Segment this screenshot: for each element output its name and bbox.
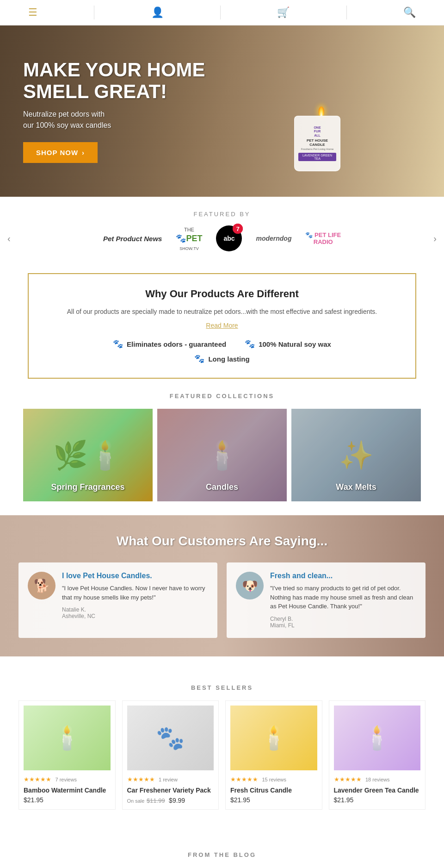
logo-abc7: abc 7 [216,227,242,250]
blog-section: FROM THE BLOG APRIL 05, 2017 Springtime … [0,824,444,868]
shop-now-button[interactable]: SHOP NOW › [23,142,98,163]
collection-candles[interactable]: 🕯️ Candles [157,409,287,501]
paw-icon-1: 🐾 [113,339,123,349]
product-image-2: 🐾 [127,706,214,770]
testimonial-author-2: Cheryl B. Miami, FL [270,616,416,629]
candle-jar: ONEFURALL PET HOUSECANDLE Freshens Pet L… [294,116,340,171]
why-features: 🐾 Eliminates odors - guaranteed 🐾 100% N… [47,339,397,349]
cart-icon[interactable]: 🛒 [277,6,290,19]
collection-wax[interactable]: ✨ Wax Melts [291,409,421,501]
why-feature-3: 🐾 Long lasting [194,354,249,364]
product-rating-3: ★★★★★ 15 reviews [230,775,317,783]
read-more-link[interactable]: Read More [206,322,238,329]
product-card-2[interactable]: 🐾 ★★★★★ 1 review Car Freshener Variety P… [122,700,219,810]
testimonials-section: What Our Customers Are Saying... 🐕 I lov… [0,515,444,656]
why-title: Why Our Products Are Different [47,288,397,300]
paw-icon-3: 🐾 [194,354,204,364]
product-image-1: 🕯️ [24,706,111,770]
product-card-3[interactable]: 🕯️ ★★★★★ 15 reviews Fresh Citrus Candle … [225,700,322,810]
testimonial-card-1: 🐕 I love Pet House Candles. "I love Pet … [18,562,217,638]
testimonial-content-2: Fresh and clean... "I've tried so many p… [270,572,416,629]
product-name-4: Lavender Green Tea Candle [334,786,421,794]
hero-title: MAKE YOUR HOME SMELL GREAT! [23,59,221,102]
testimonial-text-2: "I've tried so many products to get rid … [270,584,416,611]
testimonial-avatar-2: 🐶 [236,572,264,599]
logo-modern-dog: moderndog [256,227,291,250]
featured-logos-container: ‹ Pet Product News THE 🐾PET SHOW.TV abc … [0,227,444,250]
product-card-1[interactable]: 🕯️ ★★★★★ 7 reviews Bamboo Watermint Cand… [18,700,116,810]
product-price-4: $21.95 [334,796,421,804]
testimonial-avatar-1: 🐕 [28,572,56,599]
testimonial-author-1: Natalie K. Asheville, NC [62,606,208,619]
collection-wax-label: Wax Melts [291,482,421,492]
why-feature-1: 🐾 Eliminates odors - guaranteed [113,339,226,349]
featured-by-section: FEATURED BY ‹ Pet Product News THE 🐾PET … [0,197,444,264]
header: ☰ 👤 🛒 🔍 [0,0,444,25]
product-card-4[interactable]: 🕯️ ★★★★★ 18 reviews Lavender Green Tea C… [329,700,426,810]
product-name-2: Car Freshener Variety Pack [127,786,214,794]
logos-prev-button[interactable]: ‹ [0,233,18,244]
product-name-1: Bamboo Watermint Candle [24,786,111,794]
why-features-row2: 🐾 Long lasting [47,354,397,364]
testimonials-grid: 🐕 I love Pet House Candles. "I love Pet … [18,562,426,638]
candle-scent-label: LAVENDER GREEN TEA [298,153,336,161]
product-rating-2: ★★★★★ 1 review [127,775,214,783]
search-icon[interactable]: 🔍 [403,6,416,19]
best-sellers-section: BEST SELLERS 🕯️ ★★★★★ 7 reviews Bamboo W… [0,656,444,824]
products-grid: 🕯️ ★★★★★ 7 reviews Bamboo Watermint Cand… [18,700,426,810]
product-name-3: Fresh Citrus Candle [230,786,317,794]
product-image-3: 🕯️ [230,706,317,770]
hero-section: MAKE YOUR HOME SMELL GREAT! Neutralize p… [0,25,444,197]
collections-section: FEATURED COLLECTIONS 🌿🕯️ Spring Fragranc… [0,393,444,501]
testimonials-title: What Our Customers Are Saying... [18,534,426,549]
testimonial-title-1: I love Pet House Candles. [62,572,208,580]
why-desc: All of our products are specially made t… [47,306,397,317]
header-divider-3 [346,6,347,19]
collections-title: FEATURED COLLECTIONS [0,393,444,400]
header-divider-1 [94,6,94,19]
testimonial-content-1: I love Pet House Candles. "I love Pet Ho… [62,572,208,629]
logos-next-button[interactable]: › [426,233,444,244]
why-section: Why Our Products Are Different All of ou… [0,273,444,379]
testimonial-card-2: 🐶 Fresh and clean... "I've tried so many… [227,562,426,638]
collection-spring-label: Spring Fragrances [23,482,153,492]
testimonial-title-2: Fresh and clean... [270,572,416,580]
hero-subtitle: Neutralize pet odors withour 100% soy wa… [23,109,221,131]
best-sellers-title: BEST SELLERS [18,684,426,691]
product-price-1: $21.95 [24,796,111,804]
hero-candle-image: ONEFURALL PET HOUSECANDLE Freshens Pet L… [266,42,377,181]
product-image-4: 🕯️ [334,706,421,770]
collections-grid: 🌿🕯️ Spring Fragrances 🕯️ Candles ✨ Wax M… [0,409,444,501]
collection-candles-label: Candles [157,482,287,492]
candle-flame [319,106,324,116]
logo-pet-show-tv: THE 🐾PET SHOW.TV [176,227,202,250]
paw-icon-2: 🐾 [245,339,255,349]
product-price-2: On sale $11.99 $9.99 [127,796,214,805]
why-feature-2: 🐾 100% Natural soy wax [245,339,331,349]
logo-pet-life-radio: 🐾 PET LIFERADIO [305,227,341,250]
collection-spring[interactable]: 🌿🕯️ Spring Fragrances [23,409,153,501]
product-rating-1: ★★★★★ 7 reviews [24,775,111,783]
product-price-3: $21.95 [230,796,317,804]
featured-by-label: FEATURED BY [0,211,444,218]
logos-row: Pet Product News THE 🐾PET SHOW.TV abc 7 … [18,227,426,250]
header-divider-2 [220,6,221,19]
menu-icon[interactable]: ☰ [28,6,37,19]
product-rating-4: ★★★★★ 18 reviews [334,775,421,783]
account-icon[interactable]: 👤 [151,6,164,19]
testimonial-text-1: "I love Pet House Candles. Now I never h… [62,584,208,602]
logo-pet-product-news: Pet Product News [103,227,162,250]
blog-title: FROM THE BLOG [18,851,426,858]
hero-content: MAKE YOUR HOME SMELL GREAT! Neutralize p… [0,41,244,181]
